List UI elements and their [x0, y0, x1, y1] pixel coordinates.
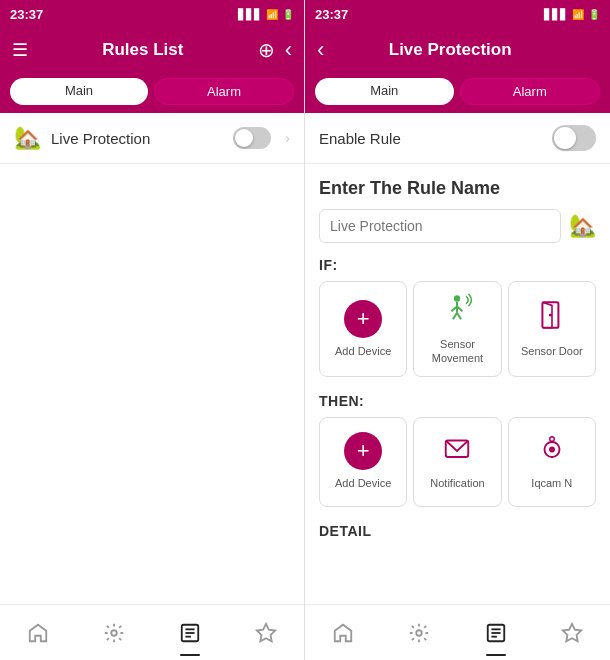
rule-toggle[interactable]	[233, 127, 271, 149]
rule-name-home-icon: 🏡	[569, 213, 596, 239]
hamburger-icon[interactable]: ☰	[12, 39, 28, 61]
left-header: ☰ Rules List ⊕ ‹	[0, 28, 304, 72]
svg-point-19	[417, 630, 423, 636]
enable-rule-label: Enable Rule	[319, 130, 401, 147]
left-header-title: Rules List	[102, 40, 183, 60]
rule-name-row: 🏡	[319, 209, 596, 243]
left-status-bar: 23:37 ▋▋▋ 📶 🔋	[0, 0, 304, 28]
svg-point-17	[550, 437, 555, 442]
rule-name-input[interactable]	[319, 209, 561, 243]
if-add-label: Add Device	[335, 344, 391, 358]
signal-icon: ▋▋▋	[238, 9, 262, 20]
rule-name-title: Enter The Rule Name	[319, 178, 596, 199]
svg-point-0	[111, 630, 117, 636]
right-status-bar: 23:37 ▋▋▋ 📶 🔋	[305, 0, 610, 28]
if-sensor-movement-card[interactable]: Sensor Movement	[413, 281, 501, 377]
detail-title: DETAIL	[319, 523, 596, 539]
battery-icon: 🔋	[282, 9, 294, 20]
enable-rule-toggle[interactable]	[552, 125, 596, 151]
wifi-icon: 📶	[266, 9, 278, 20]
left-time: 23:37	[10, 7, 43, 22]
if-section: IF: + Add Device	[305, 251, 610, 387]
if-title: IF:	[319, 257, 596, 273]
notification-label: Notification	[430, 476, 484, 490]
rule-name-section: Enter The Rule Name 🏡	[305, 164, 610, 251]
right-bottom-nav	[305, 604, 610, 660]
right-nav-home[interactable]	[305, 605, 381, 660]
right-content: Enable Rule Enter The Rule Name 🏡 IF: + …	[305, 113, 610, 604]
sensor-door-label: Sensor Door	[521, 344, 583, 358]
svg-point-13	[549, 314, 552, 317]
if-add-device-card[interactable]: + Add Device	[319, 281, 407, 377]
back-icon[interactable]: ‹	[285, 37, 292, 63]
chevron-right-icon: ›	[285, 130, 290, 146]
left-tab-main[interactable]: Main	[10, 78, 148, 105]
then-add-label: Add Device	[335, 476, 391, 490]
add-rule-icon[interactable]: ⊕	[258, 38, 275, 62]
left-nav-rules[interactable]	[152, 605, 228, 660]
detail-section: DETAIL	[305, 517, 610, 557]
svg-point-16	[549, 446, 555, 452]
then-iqcam-card[interactable]: Iqcam N	[508, 417, 596, 507]
svg-line-11	[457, 313, 461, 319]
then-section: THEN: + Add Device Notification	[305, 387, 610, 517]
right-tab-main[interactable]: Main	[315, 78, 454, 105]
left-header-icons: ⊕ ‹	[258, 37, 292, 63]
left-nav-scenes[interactable]	[228, 605, 304, 660]
right-nav-scenes[interactable]	[534, 605, 610, 660]
if-sensor-door-card[interactable]: Sensor Door	[508, 281, 596, 377]
rule-home-icon: 🏡	[14, 125, 41, 151]
if-add-icon: +	[344, 300, 382, 338]
notification-icon	[442, 433, 472, 470]
svg-marker-24	[563, 623, 581, 640]
right-tab-bar: Main Alarm	[305, 72, 610, 113]
then-cards-row: + Add Device Notification	[319, 417, 596, 507]
left-nav-devices[interactable]	[76, 605, 152, 660]
right-nav-rules[interactable]	[458, 605, 534, 660]
right-panel: 23:37 ▋▋▋ 📶 🔋 ‹ Live Protection Main Ala…	[305, 0, 610, 660]
right-header: ‹ Live Protection	[305, 28, 610, 72]
right-battery-icon: 🔋	[588, 9, 600, 20]
svg-marker-5	[257, 623, 275, 640]
sensor-movement-icon	[441, 292, 473, 331]
enable-rule-row: Enable Rule	[305, 113, 610, 164]
right-nav-devices[interactable]	[381, 605, 457, 660]
then-add-device-card[interactable]: + Add Device	[319, 417, 407, 507]
left-tab-bar: Main Alarm	[0, 72, 304, 113]
sensor-door-icon	[536, 299, 568, 338]
right-back-icon[interactable]: ‹	[317, 37, 324, 63]
right-tab-alarm[interactable]: Alarm	[460, 78, 601, 105]
then-add-icon: +	[344, 432, 382, 470]
right-wifi-icon: 📶	[572, 9, 584, 20]
rule-item-label: Live Protection	[51, 130, 223, 147]
right-header-title: Live Protection	[389, 40, 512, 60]
left-panel: 23:37 ▋▋▋ 📶 🔋 ☰ Rules List ⊕ ‹ Main Alar…	[0, 0, 305, 660]
then-title: THEN:	[319, 393, 596, 409]
left-tab-alarm[interactable]: Alarm	[154, 78, 294, 105]
right-status-icons: ▋▋▋ 📶 🔋	[544, 9, 600, 20]
rule-list-item[interactable]: 🏡 Live Protection ›	[0, 113, 304, 164]
left-bottom-nav	[0, 604, 304, 660]
right-time: 23:37	[315, 7, 348, 22]
right-signal-icon: ▋▋▋	[544, 9, 568, 20]
svg-point-6	[454, 295, 460, 301]
svg-line-10	[453, 313, 457, 319]
iqcam-label: Iqcam N	[531, 476, 572, 490]
if-cards-row: + Add Device	[319, 281, 596, 377]
left-nav-home[interactable]	[0, 605, 76, 660]
iqcam-icon	[537, 433, 567, 470]
left-status-icons: ▋▋▋ 📶 🔋	[238, 9, 294, 20]
then-notification-card[interactable]: Notification	[413, 417, 501, 507]
sensor-movement-label: Sensor Movement	[418, 337, 496, 366]
